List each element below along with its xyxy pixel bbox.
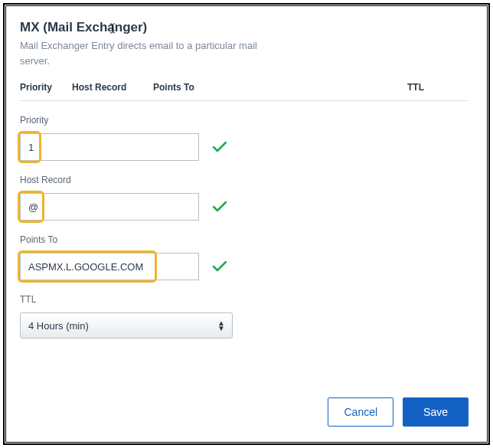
label-points: Points To — [20, 234, 469, 245]
priority-input[interactable] — [20, 133, 199, 161]
points-to-input[interactable] — [20, 253, 199, 280]
label-host: Host Record — [20, 175, 469, 185]
field-group-ttl: TTL 4 Hours (min) ▲ ▼ — [20, 294, 469, 338]
field-group-points: Points To — [20, 234, 469, 280]
checkmark-icon — [213, 142, 227, 152]
col-header-points: Points To — [153, 82, 407, 93]
host-record-input[interactable] — [20, 193, 199, 221]
action-buttons: Cancel Save — [328, 397, 469, 427]
ttl-select[interactable]: 4 Hours (min) — [20, 312, 233, 338]
page-subtitle: Mail Exchanger Entry directs email to a … — [20, 38, 273, 68]
save-button[interactable]: Save — [403, 397, 469, 427]
checkmark-icon — [213, 261, 227, 272]
window-inner-frame: MX (Mail Exchanger) Mail Exchanger Entry… — [5, 5, 488, 443]
column-headers: Priority Host Record Points To TTL — [20, 82, 469, 101]
page-title: MX (Mail Exchanger) — [20, 20, 469, 35]
col-header-ttl: TTL — [407, 82, 469, 93]
window-outer-frame: MX (Mail Exchanger) Mail Exchanger Entry… — [3, 3, 490, 445]
col-header-priority: Priority — [20, 82, 72, 93]
label-ttl: TTL — [20, 294, 469, 305]
field-group-priority: Priority — [20, 115, 469, 161]
checkmark-icon — [213, 201, 227, 212]
label-priority: Priority — [20, 115, 469, 126]
col-header-host: Host Record — [72, 82, 153, 93]
field-group-host: Host Record — [20, 175, 469, 221]
cancel-button[interactable]: Cancel — [328, 397, 393, 427]
